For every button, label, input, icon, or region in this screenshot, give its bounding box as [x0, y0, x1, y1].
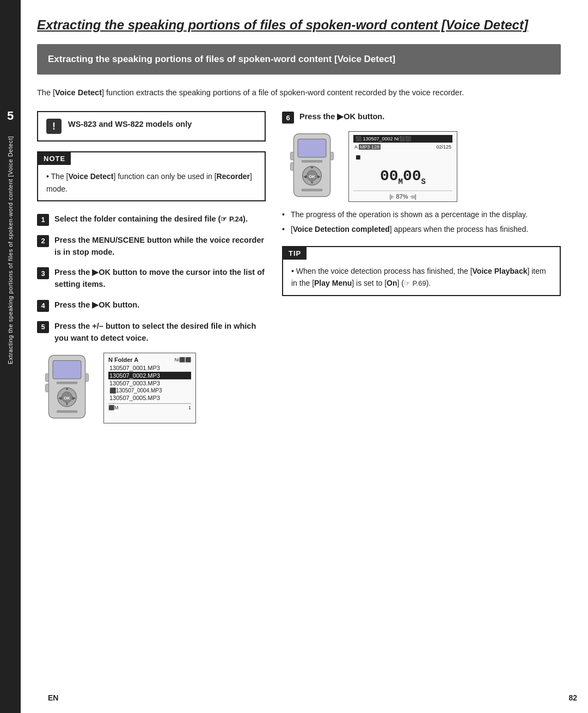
step-number-2: 2	[37, 235, 49, 247]
step-number-5: 5	[37, 321, 49, 333]
svg-text:OK: OK	[309, 174, 315, 179]
side-tab-label: Extracting the speaking portions of file…	[7, 136, 14, 364]
screen-file-2-selected: 130507_0002.MP3	[108, 372, 191, 379]
step-4: 4 Press the ▶OK button.	[37, 299, 266, 312]
page-number: 82	[568, 693, 577, 702]
step-number-3: 3	[37, 267, 49, 279]
step-5-device-area: OK ▲ ▼ ◀ ▶	[37, 353, 266, 423]
svg-text:▶: ▶	[317, 174, 321, 179]
step-6: 6 Press the ▶OK button.	[282, 111, 561, 124]
step-number-6: 6	[282, 112, 294, 124]
screen2-playback-row: ■	[353, 151, 452, 163]
svg-rect-10	[57, 410, 77, 413]
svg-text:OK: OK	[64, 396, 70, 401]
svg-text:◀: ◀	[303, 174, 307, 179]
screen2-track-count: 02/125	[436, 144, 451, 150]
screen2-play-icon: ■	[356, 152, 361, 162]
svg-text:▲: ▲	[65, 386, 69, 391]
screen-bottom-right: 1	[188, 405, 191, 410]
step-6-bullets: The progress of the operation is shown a…	[282, 208, 561, 235]
screen-folder-name: N Folder A	[108, 356, 138, 363]
screen2-mode-label: A MP3 128	[354, 144, 381, 150]
screen2-row2: A MP3 128 02/125	[353, 144, 452, 150]
step-6-progress-screen: ⬛ 130507_0002 Ni⬛⬛ A MP3 128 02/125 ■ 00…	[348, 131, 457, 202]
step-3-text: Press the ▶OK button to move the cursor …	[54, 267, 266, 291]
warning-text: WS-823 and WS-822 models only	[68, 119, 192, 131]
screen-file-1: 130507_0001.MP3	[108, 364, 191, 372]
left-column: ! WS-823 and WS-822 models only NOTE • T…	[37, 111, 266, 423]
screen2-top-bar: ⬛ 130507_0002 Ni⬛⬛	[353, 135, 452, 143]
svg-rect-15	[298, 139, 326, 158]
right-column: 6 Press the ▶OK button. OK	[282, 111, 561, 423]
svg-text:▶: ▶	[72, 396, 76, 401]
tip-content: • When the voice detection process has f…	[283, 260, 560, 295]
step-1-text: Select the folder containing the desired…	[54, 213, 248, 225]
chapter-number: 5	[7, 109, 14, 123]
svg-rect-26	[291, 163, 294, 170]
intro-bold-voice-detect: Voice Detect	[55, 88, 102, 97]
step-number-4: 4	[37, 300, 49, 312]
step-3: 3 Press the ▶OK button to move the curso…	[37, 267, 266, 291]
note-header: NOTE	[38, 152, 71, 165]
intro-paragraph: The [Voice Detect] function extracts the…	[37, 87, 561, 99]
step-5-text: Press the +/– button to select the desir…	[54, 321, 266, 345]
tip-play-menu-bold: Play Menu	[314, 279, 352, 287]
step-5-screen: N Folder A Ni⬛⬛ 130507_0001.MP3 130507_0…	[103, 353, 196, 423]
screen2-file-info: ⬛ 130507_0002 Ni⬛⬛	[356, 136, 411, 142]
tip-box: TIP • When the voice detection process h…	[282, 246, 561, 296]
screen-file-4: ⬛130507_0004.MP3	[108, 387, 191, 394]
tip-on-bold: On	[387, 279, 397, 287]
svg-text:▲: ▲	[310, 164, 314, 169]
step-6-bullet-1: The progress of the operation is shown a…	[282, 208, 561, 220]
note-content: • The [Voice Detect] function can only b…	[38, 165, 265, 200]
svg-rect-24	[302, 189, 322, 192]
step-5: 5 Press the +/– button to select the des…	[37, 321, 266, 345]
screen2-time-display: 00M00S	[353, 168, 452, 186]
tip-ref: ☞ P.69	[404, 279, 426, 287]
tip-voice-playback-bold: Voice Playback	[473, 267, 528, 275]
svg-rect-13	[85, 374, 89, 382]
recorder-device-svg: OK ▲ ▼ ◀ ▶	[37, 353, 97, 421]
header-box: Extracting the speaking portions of file…	[37, 44, 561, 75]
screen-bottom-bar: ⬛M 1	[108, 403, 191, 410]
two-column-layout: ! WS-823 and WS-822 models only NOTE • T…	[37, 111, 561, 423]
svg-rect-25	[291, 152, 294, 160]
note-recorder-bold: Recorder	[217, 172, 250, 181]
svg-text:◀: ◀	[58, 396, 62, 401]
svg-rect-27	[330, 152, 334, 160]
screen-ni-icon: Ni⬛⬛	[175, 357, 192, 362]
step-2-text: Press the MENU/SCENE button while the vo…	[54, 235, 266, 259]
step-2: 2 Press the MENU/SCENE button while the …	[37, 235, 266, 259]
screen-file-3: 130507_0003.MP3	[108, 379, 191, 387]
voice-detection-completed-bold: Voice Detection completed	[293, 225, 390, 233]
step-6-text: Press the ▶OK button.	[299, 111, 384, 123]
recorder-device-svg-2: OK ▲ ▼ ◀ ▶	[282, 131, 342, 199]
step-1-ref: ☞ P.24	[220, 215, 243, 223]
page-title: Extracting the speaking portions of file…	[37, 16, 561, 33]
svg-rect-2	[57, 382, 77, 384]
svg-text:▼: ▼	[65, 402, 69, 407]
tip-header: TIP	[283, 247, 307, 260]
main-content: Extracting the speaking portions of file…	[21, 0, 588, 713]
note-voice-detect-bold: Voice Detect	[68, 172, 113, 181]
svg-rect-16	[302, 160, 322, 163]
warning-icon: !	[46, 119, 62, 134]
screen-folder-header: N Folder A Ni⬛⬛	[108, 356, 191, 363]
step-number-1: 1	[37, 214, 49, 226]
screen-bottom-left: ⬛M	[108, 405, 119, 410]
screen2-progress-bar: |ı· 87% ·ıı|	[353, 190, 452, 200]
svg-text:▼: ▼	[310, 180, 314, 185]
page-footer-en: EN	[48, 693, 58, 702]
page-container: 5 Extracting the speaking portions of fi…	[0, 0, 588, 713]
svg-rect-1	[53, 361, 81, 379]
svg-rect-11	[46, 374, 49, 382]
side-tab: 5 Extracting the speaking portions of fi…	[0, 0, 21, 713]
header-box-title: Extracting the speaking portions of file…	[48, 53, 550, 66]
screen-file-5: 130507_0005.MP3	[108, 394, 191, 402]
step-4-text: Press the ▶OK button.	[54, 299, 139, 311]
step-6-bullet-2: [Voice Detection completed] appears when…	[282, 223, 561, 235]
svg-rect-12	[46, 384, 49, 392]
step-1: 1 Select the folder containing the desir…	[37, 213, 266, 226]
warning-box: ! WS-823 and WS-822 models only	[37, 111, 266, 142]
step-6-device-area: OK ▲ ▼ ◀ ▶ ⬛ 130507_0002 Ni⬛⬛	[282, 131, 561, 202]
